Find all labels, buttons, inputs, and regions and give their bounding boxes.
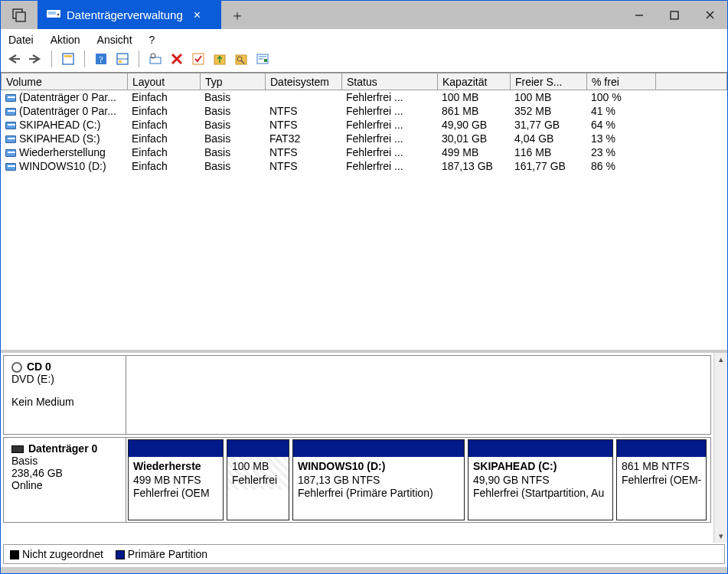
- disk0-state: Online: [11, 479, 118, 491]
- volume-icon: [5, 135, 16, 143]
- table-row[interactable]: WiederherstellungEinfachBasisNTFSFehlerf…: [1, 145, 727, 159]
- minimize-button[interactable]: [622, 1, 657, 29]
- disk0-type: Basis: [11, 455, 118, 467]
- volume-header: Volume Layout Typ Dateisystem Status Kap…: [1, 73, 727, 90]
- statusbar: [1, 567, 727, 573]
- svg-rect-28: [264, 59, 267, 62]
- partition[interactable]: 100 MBFehlerfrei: [227, 439, 289, 520]
- legend-unallocated: Nicht zugeordnet: [22, 548, 103, 560]
- disk-graphical-area: CD 0 DVD (E:) Kein Medium Datenträger 0 …: [1, 353, 727, 567]
- svg-rect-3: [48, 11, 56, 15]
- volume-list: Volume Layout Typ Dateisystem Status Kap…: [1, 73, 727, 353]
- close-tab-icon[interactable]: ×: [194, 8, 201, 22]
- back-button[interactable]: [5, 51, 22, 67]
- toolbar-btn-4[interactable]: [147, 51, 164, 67]
- col-cap[interactable]: Kapazität: [438, 73, 511, 90]
- svg-rect-1: [16, 12, 25, 21]
- svg-rect-16: [150, 57, 161, 64]
- toolbar-btn-7[interactable]: [211, 51, 228, 67]
- table-row[interactable]: (Datenträger 0 Par...EinfachBasisNTFSFeh…: [1, 104, 727, 118]
- partition[interactable]: 861 MB NTFSFehlerfrei (OEM-: [616, 439, 707, 520]
- col-fs[interactable]: Dateisystem: [266, 73, 342, 90]
- volume-icon: [5, 122, 16, 129]
- disk0-size: 238,46 GB: [11, 467, 118, 479]
- col-layout[interactable]: Layout: [128, 73, 201, 90]
- toolbar-btn-9[interactable]: [254, 51, 271, 67]
- toolbar-btn-8[interactable]: [233, 51, 250, 67]
- check-button[interactable]: [190, 51, 207, 67]
- svg-rect-10: [64, 55, 72, 57]
- volume-icon: [5, 94, 16, 102]
- tab-title: Datenträgerverwaltung: [67, 8, 183, 21]
- col-free[interactable]: Freier S...: [511, 73, 587, 90]
- window-controls: [622, 1, 727, 29]
- vertical-scrollbar[interactable]: ▴ ▾: [713, 353, 727, 543]
- toolbar-btn-3[interactable]: [114, 51, 131, 67]
- cd0-sub2: Kein Medium: [11, 396, 118, 408]
- toolbar-btn-1[interactable]: [60, 51, 77, 67]
- disk0-name: Datenträger 0: [28, 442, 97, 455]
- volume-rows: (Datenträger 0 Par...EinfachBasisFehlerf…: [1, 90, 727, 173]
- col-volume[interactable]: Volume: [2, 73, 128, 90]
- svg-rect-6: [671, 11, 678, 19]
- table-row[interactable]: SKIPAHEAD (S:)EinfachBasisFAT32Fehlerfre…: [1, 132, 727, 145]
- titlebar: Datenträgerverwaltung × ＋: [1, 1, 727, 30]
- volume-icon: [5, 149, 16, 157]
- col-extra[interactable]: [656, 73, 727, 90]
- legend-swatch-primary: [116, 550, 125, 559]
- table-row[interactable]: SKIPAHEAD (C:)EinfachBasisNTFSFehlerfrei…: [1, 118, 727, 132]
- menu-datei[interactable]: Datei: [8, 34, 34, 46]
- hdd-icon: [11, 445, 24, 453]
- volume-icon: [5, 108, 16, 116]
- tab-active[interactable]: Datenträgerverwaltung ×: [38, 1, 221, 29]
- svg-point-4: [57, 14, 60, 16]
- table-row[interactable]: WINDOWS10 (D:)EinfachBasisNTFSFehlerfrei…: [1, 159, 727, 173]
- menubar: Datei Aktion Ansicht ?: [1, 30, 727, 49]
- content: Volume Layout Typ Dateisystem Status Kap…: [1, 72, 727, 567]
- cd0-name: CD 0: [27, 360, 51, 373]
- legend-swatch-unallocated: [10, 550, 19, 559]
- menu-ansicht[interactable]: Ansicht: [97, 34, 132, 46]
- svg-text:?: ?: [99, 54, 103, 65]
- partition[interactable]: SKIPAHEAD (C:)49,90 GB NTFSFehlerfrei (S…: [468, 439, 613, 520]
- legend: Nicht zugeordnet Primäre Partition: [3, 544, 725, 564]
- menu-aktion[interactable]: Aktion: [51, 34, 80, 46]
- svg-rect-15: [119, 60, 122, 63]
- maximize-button[interactable]: [657, 1, 692, 29]
- col-typ[interactable]: Typ: [201, 73, 266, 90]
- disk-icon: [47, 8, 60, 21]
- help-button[interactable]: ?: [93, 51, 109, 67]
- tab-overview-icon[interactable]: [1, 1, 38, 29]
- new-tab-button[interactable]: ＋: [221, 1, 253, 29]
- legend-primary: Primäre Partition: [128, 548, 207, 560]
- menu-help[interactable]: ?: [149, 34, 155, 46]
- table-row[interactable]: (Datenträger 0 Par...EinfachBasisFehlerf…: [1, 90, 727, 104]
- col-status[interactable]: Status: [342, 73, 438, 90]
- col-pct[interactable]: % frei: [587, 73, 656, 90]
- partition[interactable]: Wiederherste499 MB NTFSFehlerfrei (OEM: [128, 439, 224, 520]
- delete-button[interactable]: [168, 51, 185, 67]
- scroll-down-icon[interactable]: ▾: [719, 531, 723, 541]
- cd0-sub1: DVD (E:): [11, 373, 118, 385]
- partition[interactable]: WINDOWS10 (D:)187,13 GB NTFSFehlerfrei (…: [292, 439, 465, 520]
- disk-cd0[interactable]: CD 0 DVD (E:) Kein Medium: [3, 355, 711, 435]
- cd-icon: [11, 362, 22, 373]
- scroll-up-icon[interactable]: ▴: [719, 354, 723, 364]
- disk-0[interactable]: Datenträger 0 Basis 238,46 GB Online Wie…: [3, 437, 711, 523]
- forward-button[interactable]: [27, 51, 44, 67]
- close-button[interactable]: [692, 1, 727, 29]
- volume-icon: [5, 163, 16, 171]
- toolbar: ?: [1, 49, 727, 72]
